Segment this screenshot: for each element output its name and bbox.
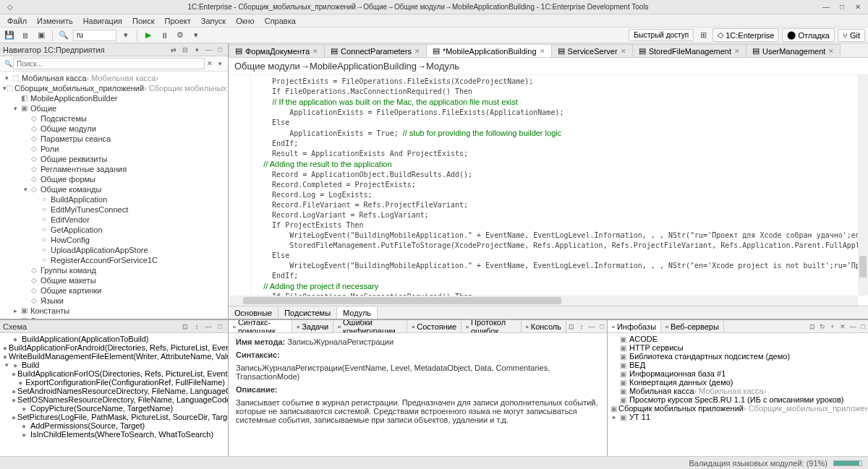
tree-node[interactable]: ○EditMyiTunesConnect [1,205,226,215]
tree-node[interactable]: ○UploadApplicationAppStore [1,245,226,255]
help-max-icon[interactable]: □ [597,322,607,332]
info-tab[interactable]: ▫Веб-серверы [661,321,724,332]
tree-node[interactable]: ◇Регламентные задания [1,164,226,174]
tree-node[interactable]: ▾⬚Мобильная касса › Мобильная касса› [1,73,226,83]
dropdown-icon[interactable]: ▾ [119,29,132,42]
perspective-icon[interactable]: ⊞ [697,29,710,42]
bottom-tab[interactable]: Подсистемы [278,307,337,319]
tree-node[interactable]: ▾⬚Сборщик_мобильных_приложений › Сборщик… [1,83,226,93]
menu-Файл[interactable]: Файл [3,15,31,27]
debug-perspective[interactable]: ⬤Отладка [782,28,834,42]
tree-node[interactable]: ◇Группы команд [1,265,226,275]
tree-node[interactable]: ◇Общие макеты [1,275,226,285]
menu-Изменить[interactable]: Изменить [33,15,77,27]
maximize-button[interactable]: □ [835,1,849,13]
info-refresh-icon[interactable]: ↻ [817,322,827,332]
save-icon[interactable]: 💾 [3,29,16,42]
editor-tab[interactable]: ▤StoredFileManagement✕ [632,44,746,57]
navigator-tree[interactable]: ▾⬚Мобильная касса › Мобильная касса›▾⬚Сб… [0,72,228,319]
filter-icon[interactable]: ▾ [215,59,225,69]
info-min-icon[interactable]: — [848,322,858,332]
collapse-icon[interactable]: ⊟ [180,45,190,55]
infobase-item[interactable]: ▣ACODE [609,335,867,343]
info-max-icon[interactable]: □ [858,322,868,332]
tree-node[interactable]: ▸▣Константы [1,306,226,316]
minimize-panel-icon[interactable]: — [203,45,213,55]
menu-icon[interactable]: ▾ [192,45,202,55]
navigator-search-input[interactable] [13,58,205,69]
infobase-item[interactable]: ▣Библиотека стандартных подсистем (демо) [609,352,867,361]
editor-tab[interactable]: ▤UserManagement✕ [746,44,841,57]
tree-node[interactable]: ○GetApplication [1,225,226,235]
more-icon[interactable]: ▾ [190,29,203,42]
outline-item[interactable]: ▾●Build [1,361,226,369]
minimize-button[interactable]: — [819,1,833,13]
infobase-item[interactable]: ▣Сборщик мобильных приложений › Сборщик_… [609,404,867,413]
tree-node[interactable]: ▾▣Общие [1,103,226,113]
menu-Поиск[interactable]: Поиск [128,15,158,27]
ide-perspective[interactable]: ◇1C:Enterprise [712,28,779,42]
bottom-tab[interactable]: Модуль [337,307,378,319]
infobase-item[interactable]: ▣Мобильная касса › Мобильная касса› [609,387,867,395]
infobase-item[interactable]: ▸▣УТ 11 [609,413,867,421]
menu-Навигация[interactable]: Навигация [79,15,127,27]
help-tab[interactable]: ▫Синтакс-помощник [229,320,292,333]
tree-node[interactable]: ◇Общие формы [1,174,226,184]
close-button[interactable]: ✕ [851,1,865,13]
outline-sort-icon[interactable]: ↕ [192,322,202,332]
git-perspective[interactable]: ⑂Git [838,29,865,42]
outline-item[interactable]: ●SetPictures(LogFile, PathMask, PictureL… [1,413,226,421]
outline-item[interactable]: ●AddPermissions(Source, Target) [1,421,226,430]
outline-item[interactable]: ●BuildApplication(ApplicationToBuild) [1,335,226,343]
tree-node[interactable]: ○HowConfig [1,235,226,245]
infobase-item[interactable]: ▣Информационная база #1 [609,369,867,378]
help-tab[interactable]: ▫Задачи [292,321,333,332]
config-icon[interactable]: ⚙ [174,29,187,42]
menu-Справка[interactable]: Справка [260,15,300,27]
editor-tab[interactable]: ▤ConnectParameters✕ [324,44,427,57]
tree-node[interactable]: ◇Параметры сеанса [1,134,226,144]
outline-item[interactable]: ●SetIOSNamesResourceDirectory, FileName,… [1,395,226,404]
help-tab[interactable]: ▫Ошибки конфигурации [333,320,407,333]
editor-tab[interactable]: ▤ФормаДокумента✕ [229,44,325,57]
tree-node[interactable]: ▾◇Общие команды [1,184,226,194]
help-tab[interactable]: ▫Консоль [522,321,566,332]
tree-node[interactable]: ◧MobileApplicationBuilder [1,93,226,103]
info-del-icon[interactable]: ✕ [838,322,848,332]
outline-item[interactable]: ●ExportConfigurationFile(ConfigurationRe… [1,378,226,387]
outline-item[interactable]: ●BuildApplicationForAndroid(Directories,… [1,343,226,352]
quick-access-button[interactable]: Быстрый доступ [629,29,694,41]
lang-input[interactable] [73,30,116,41]
editor-tab[interactable]: ▤*MobileApplicationBuilding✕ [426,44,552,57]
run-icon[interactable]: ▶ [142,29,155,42]
bottom-tab[interactable]: Основные [229,307,278,319]
scrollbar-horizontal[interactable] [229,296,858,306]
tree-node[interactable]: ○BuildApplication [1,194,226,205]
scrollbar-vertical[interactable] [858,75,868,296]
help-min-icon[interactable]: — [587,322,597,332]
search-icon[interactable]: 🔍 [57,29,70,42]
tree-node[interactable]: ○RegisterAccountForService1C [1,255,226,265]
info-tab[interactable]: ▫Инфобазы [608,321,661,332]
outline-item[interactable]: ●BuildApplicationForIOS(Directories, Ref… [1,369,226,378]
tree-node[interactable]: ◇Общие реквизиты [1,154,226,164]
help-tab[interactable]: ▫Протокол ошибок [461,320,522,333]
tree-node[interactable]: ◇Языки [1,296,226,306]
outline-min-icon[interactable]: — [203,322,213,332]
tree-node[interactable]: ◇Общие модули [1,124,226,134]
menu-Запуск[interactable]: Запуск [197,15,230,27]
clear-search-icon[interactable]: ✕ [205,59,215,69]
outline-max-icon[interactable]: □ [215,322,225,332]
infobase-item[interactable]: ▣HTTP сервисы [609,343,867,352]
tree-node[interactable]: ○EditVendor [1,215,226,225]
debug-icon[interactable]: ⏸ [158,29,171,42]
infobase-item[interactable]: ▣Просмотр курсов SpecB.RU 1.1 (ИБ с опис… [609,395,867,404]
outline-tree[interactable]: ●BuildApplication(ApplicationToBuild)●Bu… [0,333,228,456]
help-tab[interactable]: ▫Состояние [407,321,461,332]
link-icon[interactable]: ⇄ [169,45,179,55]
tree-node[interactable]: ◇Общие картинки [1,285,226,296]
code-editor[interactable]: ProjectExists = FileOperations.FileExist… [229,75,868,306]
help-tool-icon[interactable]: ⊡ [566,322,576,332]
outline-tool-icon[interactable]: ⊡ [180,322,190,332]
infobase-tree[interactable]: ▣ACODE▣HTTP сервисы▣Библиотека стандартн… [608,333,868,456]
